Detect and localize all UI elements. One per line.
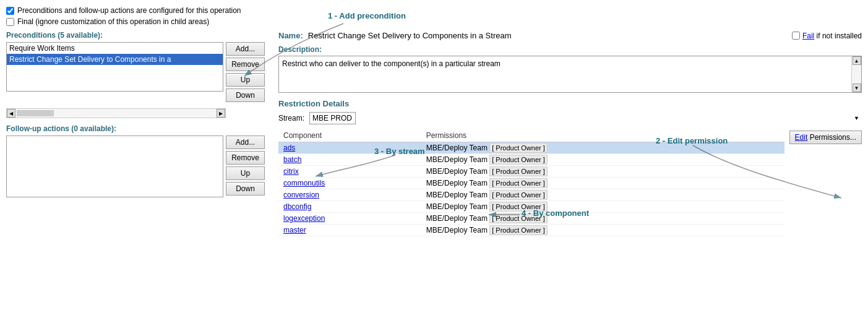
name-label: Name: (278, 31, 303, 40)
followup-title: Follow-up actions (0 available): (6, 124, 266, 133)
component-name: dbconfig (278, 201, 421, 213)
permission-tag: [ Product Owner ] (489, 202, 548, 212)
name-row: Name: Restrict Change Set Delivery to Co… (278, 31, 862, 40)
description-text: Restrict who can deliver to the componen… (282, 59, 501, 68)
table-row[interactable]: dbconfigMBE/Deploy Team [ Product Owner … (278, 201, 784, 213)
component-link[interactable]: citrix (283, 167, 299, 176)
component-permissions: MBE/Deploy Team [ Product Owner ] (421, 178, 784, 189)
component-name: batch (278, 154, 421, 166)
followup-down-button[interactable]: Down (226, 182, 265, 196)
col-permissions: Permissions (421, 129, 784, 142)
scroll-right-icon[interactable]: ▶ (217, 109, 225, 118)
stream-row: Stream: MBE PROD (278, 112, 862, 124)
preconditions-checkbox-row: Preconditions and follow-up actions are … (6, 6, 862, 15)
followup-area: Add... Remove Up Down (6, 135, 266, 197)
edit-permissions-button[interactable]: Edit Permissions... (789, 131, 862, 144)
fail-link[interactable]: Fail (802, 32, 814, 40)
components-table: Component Permissions adsMBE/Deploy Team… (278, 129, 784, 236)
col-component: Component (278, 129, 421, 142)
component-permissions: MBE/Deploy Team [ Product Owner ] (421, 142, 784, 154)
permission-tag: [ Product Owner ] (489, 213, 548, 223)
description-scrollbar: ▲ ▼ (851, 56, 861, 92)
scroll-thumb[interactable] (17, 110, 54, 116)
permission-tag: [ Product Owner ] (489, 155, 548, 165)
left-panel: Preconditions (5 available): Require Wor… (6, 31, 266, 238)
edit-label: Edit (795, 133, 808, 142)
table-row[interactable]: logexceptionMBE/Deploy Team [ Product Ow… (278, 213, 784, 225)
permission-tag: [ Product Owner ] (489, 225, 548, 235)
permissions-header: Component Permissions adsMBE/Deploy Team… (278, 129, 862, 236)
description-box: Restrict who can deliver to the componen… (278, 56, 862, 93)
add-button[interactable]: Add... (226, 42, 265, 56)
description-section: Description: Restrict who can deliver to… (278, 45, 862, 93)
component-name: ads (278, 142, 421, 154)
content-area: Preconditions (5 available): Require Wor… (6, 31, 862, 238)
name-value: Restrict Change Set Delivery to Componen… (308, 31, 787, 40)
final-checkbox[interactable] (6, 18, 14, 26)
component-name: citrix (278, 166, 421, 178)
preconditions-buttons: Add... Remove Up Down (226, 42, 266, 102)
preconditions-list[interactable]: Require Work Items Restrict Change Set D… (6, 42, 223, 92)
scroll-down-icon[interactable]: ▼ (853, 84, 861, 92)
component-link[interactable]: conversion (283, 191, 319, 199)
table-row[interactable]: batchMBE/Deploy Team [ Product Owner ] (278, 154, 784, 166)
edit-btn-wrapper: Edit Permissions... (784, 129, 862, 144)
component-link[interactable]: dbconfig (283, 202, 311, 211)
final-checkbox-row: Final (ignore customization of this oper… (6, 17, 862, 26)
followup-up-button[interactable]: Up (226, 166, 265, 180)
table-row[interactable]: conversionMBE/Deploy Team [ Product Owne… (278, 189, 784, 201)
component-link[interactable]: master (283, 226, 306, 234)
fail-checkbox[interactable] (792, 32, 800, 40)
component-permissions: MBE/Deploy Team [ Product Owner ] (421, 154, 784, 166)
table-row[interactable]: adsMBE/Deploy Team [ Product Owner ] (278, 142, 784, 154)
stream-select-wrapper: MBE PROD (309, 112, 862, 124)
restriction-section: Restriction Details Stream: MBE PROD (278, 99, 862, 236)
component-permissions: MBE/Deploy Team [ Product Owner ] (421, 166, 784, 178)
table-row[interactable]: citrixMBE/Deploy Team [ Product Owner ] (278, 166, 784, 178)
description-label: Description: (278, 45, 862, 54)
edit-suffix: Permissions... (810, 133, 856, 142)
component-link[interactable]: logexception (283, 214, 325, 223)
list-item[interactable]: Require Work Items (7, 43, 223, 54)
permission-tag: [ Product Owner ] (489, 178, 548, 188)
component-permissions: MBE/Deploy Team [ Product Owner ] (421, 189, 784, 201)
fail-label: Fail if not installed (802, 32, 862, 40)
stream-label: Stream: (278, 114, 304, 123)
restriction-title: Restriction Details (278, 99, 862, 108)
component-permissions: MBE/Deploy Team [ Product Owner ] (421, 225, 784, 236)
stream-select[interactable]: MBE PROD (309, 112, 356, 124)
table-row[interactable]: commonutilsMBE/Deploy Team [ Product Own… (278, 178, 784, 189)
table-row[interactable]: masterMBE/Deploy Team [ Product Owner ] (278, 225, 784, 236)
preconditions-scrollbar[interactable]: ◀ ▶ (6, 108, 226, 118)
followup-remove-button[interactable]: Remove (226, 151, 265, 165)
scroll-up-icon[interactable]: ▲ (853, 56, 861, 65)
component-permissions: MBE/Deploy Team [ Product Owner ] (421, 201, 784, 213)
main-container: Preconditions and follow-up actions are … (0, 0, 868, 331)
permission-tag: [ Product Owner ] (489, 190, 548, 200)
component-name: logexception (278, 213, 421, 225)
followup-list[interactable] (6, 135, 223, 197)
followup-buttons: Add... Remove Up Down (226, 135, 266, 197)
final-checkbox-label: Final (ignore customization of this oper… (17, 17, 209, 26)
top-checkboxes: Preconditions and follow-up actions are … (6, 6, 862, 26)
remove-button[interactable]: Remove (226, 58, 265, 71)
preconditions-checkbox[interactable] (6, 7, 14, 15)
list-item[interactable]: Restrict Change Set Delivery to Componen… (7, 54, 223, 65)
component-link[interactable]: ads (283, 144, 295, 152)
component-link[interactable]: batch (283, 155, 301, 164)
preconditions-area: Require Work Items Restrict Change Set D… (6, 42, 266, 102)
down-button[interactable]: Down (226, 88, 265, 102)
permission-tag: [ Product Owner ] (489, 143, 548, 153)
right-panel: Name: Restrict Change Set Delivery to Co… (266, 31, 862, 238)
scroll-left-icon[interactable]: ◀ (7, 109, 15, 118)
component-link[interactable]: commonutils (283, 179, 325, 187)
fail-checkbox-area: Fail if not installed (792, 32, 862, 40)
up-button[interactable]: Up (226, 73, 265, 87)
table-wrapper: Component Permissions adsMBE/Deploy Team… (278, 129, 784, 236)
component-name: conversion (278, 189, 421, 201)
preconditions-checkbox-label: Preconditions and follow-up actions are … (17, 6, 241, 15)
permission-tag: [ Product Owner ] (489, 166, 548, 176)
component-permissions: MBE/Deploy Team [ Product Owner ] (421, 213, 784, 225)
component-name: commonutils (278, 178, 421, 189)
followup-add-button[interactable]: Add... (226, 135, 265, 149)
